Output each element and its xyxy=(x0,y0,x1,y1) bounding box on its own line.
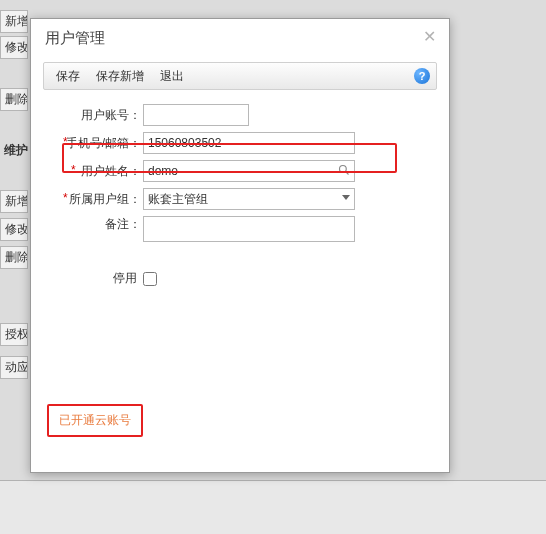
group-label: 所属用户组： xyxy=(51,191,143,208)
bg-footer xyxy=(0,480,546,534)
account-input[interactable] xyxy=(143,104,249,126)
save-button[interactable]: 保存 xyxy=(48,68,88,85)
bg-sec-dyn: 动应 xyxy=(0,356,28,379)
bg-maintain-label: 维护 xyxy=(0,140,28,161)
save-new-button[interactable]: 保存新增 xyxy=(88,68,152,85)
user-form: 用户账号： 手机号/邮箱： 用户姓名： 所属用户组： 备注： xyxy=(31,90,449,287)
remark-label: 备注： xyxy=(51,216,143,233)
dialog-title: 用户管理 ✕ xyxy=(31,19,449,56)
close-icon[interactable]: ✕ xyxy=(421,29,437,45)
user-management-dialog: 用户管理 ✕ 保存 保存新增 退出 ? 用户账号： 手机号/邮箱： 用户姓名： xyxy=(30,18,450,473)
disable-label: 停用 xyxy=(51,270,143,287)
bg-del-button: 删除 xyxy=(0,88,28,111)
bg-edit-button: 修改 xyxy=(0,36,28,59)
bg-add-button: 新增 xyxy=(0,10,28,33)
disable-checkbox[interactable] xyxy=(143,272,157,286)
dialog-toolbar: 保存 保存新增 退出 ? xyxy=(43,62,437,90)
phone-label: 手机号/邮箱： xyxy=(51,135,143,152)
exit-button[interactable]: 退出 xyxy=(152,68,192,85)
cloud-account-badge: 已开通云账号 xyxy=(47,404,143,437)
bg-sec-del: 删除 xyxy=(0,246,28,269)
bg-sec-add: 新增 xyxy=(0,190,28,213)
username-field-wrap xyxy=(143,160,355,182)
bg-sec-auth: 授权 xyxy=(0,323,28,346)
username-label: 用户姓名： xyxy=(51,163,143,180)
username-input[interactable] xyxy=(143,160,355,182)
remark-textarea[interactable] xyxy=(143,216,355,242)
help-icon[interactable]: ? xyxy=(414,68,430,84)
dialog-title-text: 用户管理 xyxy=(45,29,105,46)
phone-email-input[interactable] xyxy=(143,132,355,154)
group-select-wrap[interactable] xyxy=(143,188,355,210)
group-select[interactable] xyxy=(143,188,355,210)
bg-sec-edit: 修改 xyxy=(0,218,28,241)
account-label: 用户账号： xyxy=(51,107,143,124)
